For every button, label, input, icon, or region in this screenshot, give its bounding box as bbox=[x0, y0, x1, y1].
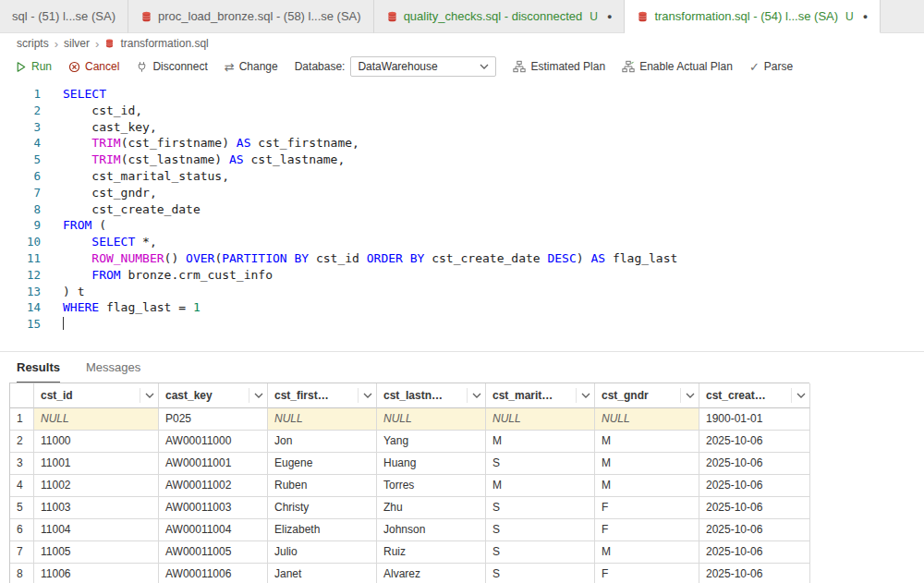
grid-cell[interactable]: Yang bbox=[377, 431, 486, 453]
editor-tab-4[interactable]: transformation.sql - (54) l...se (SA)U● bbox=[625, 0, 881, 33]
grid-cell[interactable]: M bbox=[486, 475, 595, 497]
grid-cell[interactable]: 11003 bbox=[34, 497, 159, 519]
code-line[interactable]: 3 cast_key, bbox=[0, 119, 924, 136]
grid-cell[interactable]: F bbox=[595, 564, 699, 583]
grid-cell[interactable]: 1900-01-01 bbox=[699, 408, 810, 431]
row-number-cell[interactable]: 6 bbox=[10, 519, 34, 541]
editor-tab-1[interactable]: sql - (51) l...se (SA) bbox=[0, 0, 128, 33]
parse-button[interactable]: ✓ Parse bbox=[749, 60, 793, 74]
column-filter-chevron-icon[interactable] bbox=[140, 388, 154, 403]
grid-cell[interactable]: M bbox=[595, 541, 699, 564]
grid-cell[interactable]: 2025-10-06 bbox=[699, 453, 810, 475]
results-tab-messages[interactable]: Messages bbox=[86, 360, 140, 383]
code-line[interactable]: 9FROM ( bbox=[0, 217, 924, 234]
column-header[interactable]: cst_lastn… bbox=[377, 383, 486, 408]
grid-cell[interactable]: F bbox=[595, 519, 699, 541]
grid-cell[interactable]: Ruben bbox=[268, 475, 377, 497]
grid-cell[interactable]: Elizabeth bbox=[268, 519, 377, 541]
grid-cell[interactable]: Eugene bbox=[268, 453, 377, 475]
enable-actual-plan-button[interactable]: Enable Actual Plan bbox=[622, 60, 733, 73]
grid-cell[interactable]: M bbox=[595, 431, 699, 453]
grid-cell[interactable]: NULL bbox=[595, 408, 699, 431]
grid-cell[interactable]: Ruiz bbox=[377, 541, 486, 564]
change-connection-button[interactable]: ⇄ Change bbox=[225, 60, 278, 74]
grid-cell[interactable]: Alvarez bbox=[377, 564, 486, 583]
row-number-cell[interactable]: 8 bbox=[10, 564, 34, 583]
column-header[interactable]: cst_creat… bbox=[699, 383, 810, 408]
grid-cell[interactable]: M bbox=[595, 475, 699, 497]
row-number-cell[interactable]: 2 bbox=[10, 431, 34, 453]
grid-cell[interactable]: Janet bbox=[268, 564, 377, 583]
code-line[interactable]: 10 SELECT *, bbox=[0, 234, 924, 250]
grid-cell[interactable]: 11004 bbox=[34, 519, 159, 541]
grid-cell[interactable]: 11001 bbox=[34, 453, 159, 475]
breadcrumb-item[interactable]: transformation.sql bbox=[120, 37, 208, 50]
grid-cell[interactable]: F bbox=[595, 497, 699, 519]
results-tab-results[interactable]: Results bbox=[17, 360, 60, 383]
database-dropdown[interactable]: DataWarehouse bbox=[350, 56, 496, 77]
breadcrumb-item[interactable]: silver bbox=[64, 37, 90, 50]
column-header[interactable]: cst_marit… bbox=[486, 383, 595, 408]
grid-cell[interactable]: Jon bbox=[268, 431, 377, 453]
row-number-cell[interactable]: 4 bbox=[10, 475, 34, 497]
editor-tab-2[interactable]: proc_load_bronze.sql - (58) l...se (SA) bbox=[128, 0, 374, 33]
grid-cell[interactable]: M bbox=[486, 431, 595, 453]
grid-cell[interactable]: P025 bbox=[159, 408, 268, 431]
code-line[interactable]: 11 ROW_NUMBER() OVER(PARTITION BY cst_id… bbox=[0, 250, 924, 267]
grid-cell[interactable]: 2025-10-06 bbox=[699, 541, 810, 564]
grid-cell[interactable]: 11006 bbox=[34, 564, 159, 583]
code-line[interactable]: 5 TRIM(cst_lastname) AS cst_lastname, bbox=[0, 152, 924, 168]
grid-cell[interactable]: 2025-10-06 bbox=[699, 431, 810, 453]
grid-cell[interactable]: AW00011003 bbox=[159, 497, 268, 519]
grid-cell[interactable]: Julio bbox=[268, 541, 377, 564]
column-filter-chevron-icon[interactable] bbox=[680, 388, 695, 403]
grid-cell[interactable]: AW00011000 bbox=[159, 431, 268, 453]
code-line[interactable]: 6 cst_marital_status, bbox=[0, 168, 924, 185]
grid-cell[interactable]: 2025-10-06 bbox=[699, 475, 810, 497]
grid-cell[interactable]: AW00011005 bbox=[159, 541, 268, 564]
grid-cell[interactable]: S bbox=[486, 519, 595, 541]
grid-cell[interactable]: S bbox=[486, 564, 595, 583]
grid-cell[interactable]: AW00011004 bbox=[159, 519, 268, 541]
grid-cell[interactable]: 11002 bbox=[34, 475, 159, 497]
grid-cell[interactable]: 2025-10-06 bbox=[699, 564, 810, 583]
grid-cell[interactable]: 11000 bbox=[34, 431, 159, 453]
row-number-cell[interactable]: 1 bbox=[10, 408, 34, 431]
code-line[interactable]: 15 bbox=[0, 316, 924, 333]
column-header[interactable]: cst_id bbox=[34, 383, 159, 408]
row-number-cell[interactable]: 3 bbox=[10, 453, 34, 475]
grid-cell[interactable]: Zhu bbox=[377, 497, 486, 519]
code-line[interactable]: 1SELECT bbox=[0, 86, 924, 103]
grid-cell[interactable]: Christy bbox=[268, 497, 377, 519]
code-line[interactable]: 7 cst_gndr, bbox=[0, 185, 924, 201]
code-line[interactable]: 2 cst_id, bbox=[0, 103, 924, 119]
column-filter-chevron-icon[interactable] bbox=[791, 388, 806, 403]
code-line[interactable]: 14WHERE flag_last = 1 bbox=[0, 299, 924, 316]
sql-editor[interactable]: 1SELECT2 cst_id,3 cast_key,4 TRIM(cst_fi… bbox=[0, 79, 924, 351]
code-line[interactable]: 8 cst_create_date bbox=[0, 201, 924, 218]
grid-cell[interactable]: S bbox=[486, 497, 595, 519]
grid-cell[interactable]: NULL bbox=[268, 408, 377, 431]
column-filter-chevron-icon[interactable] bbox=[467, 388, 481, 403]
row-number-cell[interactable]: 5 bbox=[10, 497, 34, 519]
column-filter-chevron-icon[interactable] bbox=[249, 388, 263, 403]
grid-cell[interactable]: AW00011002 bbox=[159, 475, 268, 497]
column-header[interactable]: cst_first… bbox=[268, 383, 377, 408]
grid-cell[interactable]: NULL bbox=[34, 408, 159, 431]
grid-cell[interactable]: AW00011001 bbox=[159, 453, 268, 475]
grid-cell[interactable]: M bbox=[595, 453, 699, 475]
grid-cell[interactable]: S bbox=[486, 541, 595, 564]
code-line[interactable]: 4 TRIM(cst_firstname) AS cst_firstname, bbox=[0, 135, 924, 152]
grid-cell[interactable]: NULL bbox=[486, 408, 595, 431]
run-button[interactable]: Run bbox=[15, 60, 52, 73]
estimated-plan-button[interactable]: Estimated Plan bbox=[513, 60, 605, 73]
cancel-button[interactable]: Cancel bbox=[68, 60, 119, 73]
grid-cell[interactable]: 2025-10-06 bbox=[699, 519, 810, 541]
grid-cell[interactable]: Johnson bbox=[377, 519, 486, 541]
grid-cell[interactable]: AW00011006 bbox=[159, 564, 268, 583]
row-number-cell[interactable]: 7 bbox=[10, 541, 34, 564]
column-header[interactable]: cast_key bbox=[159, 383, 268, 408]
grid-cell[interactable]: Torres bbox=[377, 475, 486, 497]
code-line[interactable]: 12 FROM bronze.crm_cust_info bbox=[0, 267, 924, 284]
grid-corner-cell[interactable] bbox=[10, 383, 34, 408]
